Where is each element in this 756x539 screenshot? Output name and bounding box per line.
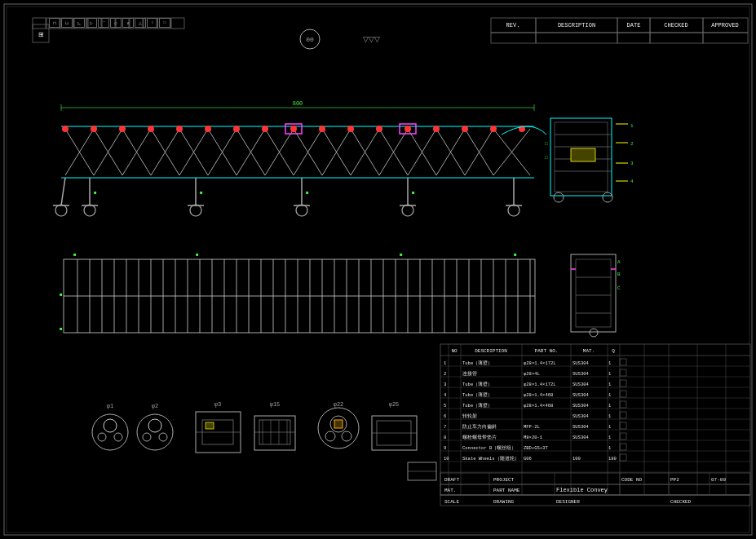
svg-text:Connector B（螺丝组）: Connector B（螺丝组） xyxy=(462,445,516,451)
svg-text:SUS304: SUS304 xyxy=(573,413,590,419)
svg-point-71 xyxy=(119,126,126,132)
svg-text:MFP-2L: MFP-2L xyxy=(524,424,540,430)
svg-text:■: ■ xyxy=(94,190,97,196)
symbol-box-9: ○ xyxy=(147,18,158,28)
svg-point-69 xyxy=(62,126,69,132)
svg-text:□: □ xyxy=(545,141,548,147)
svg-text:φ28×1.4×468: φ28×1.4×468 xyxy=(524,392,553,398)
svg-point-125 xyxy=(554,192,564,202)
svg-text:φ2: φ2 xyxy=(152,403,158,409)
svg-point-72 xyxy=(148,126,154,132)
svg-text:Flexible Convey: Flexible Convey xyxy=(556,487,608,493)
svg-text:PART NO.: PART NO. xyxy=(535,348,559,354)
svg-text:■: ■ xyxy=(400,252,403,258)
svg-text:DESIGNER: DESIGNER xyxy=(556,499,580,505)
svg-point-77 xyxy=(290,126,297,132)
svg-rect-20 xyxy=(617,33,650,43)
svg-text:SCALE: SCALE xyxy=(444,499,459,505)
svg-point-212 xyxy=(342,431,351,441)
weld-symbols: ⊓ ⊔ ◺ ▷ ⌒ ◇ ∨ △ ○ □ xyxy=(49,18,170,28)
symbol-box-2: ⊔ xyxy=(61,18,73,28)
svg-rect-201 xyxy=(254,416,295,450)
svg-text:连接管: 连接管 xyxy=(462,370,477,377)
svg-text:螺栓螺母带垫片: 螺栓螺母带垫片 xyxy=(462,435,497,440)
svg-text:C: C xyxy=(617,285,621,291)
svg-rect-124 xyxy=(571,148,595,161)
svg-text:φ22: φ22 xyxy=(334,401,344,408)
svg-text:φ28×1.4×172L: φ28×1.4×172L xyxy=(524,360,556,366)
svg-point-79 xyxy=(347,126,354,132)
svg-rect-22 xyxy=(703,33,748,43)
svg-text:10: 10 xyxy=(444,456,449,462)
svg-point-189 xyxy=(114,433,122,441)
svg-text:φ28×4L: φ28×4L xyxy=(524,371,540,377)
svg-rect-314 xyxy=(440,495,750,506)
svg-text:5: 5 xyxy=(444,403,446,409)
svg-text:Tube（薄壁）: Tube（薄壁） xyxy=(462,391,493,398)
svg-text:φ28×1.4×172L: φ28×1.4×172L xyxy=(524,382,556,387)
svg-text:A: A xyxy=(617,259,621,265)
svg-text:G06: G06 xyxy=(524,456,532,462)
svg-text:■: ■ xyxy=(60,326,63,332)
svg-text:M8×20-1: M8×20-1 xyxy=(524,435,543,440)
svg-text:SUS304: SUS304 xyxy=(573,424,590,430)
svg-point-78 xyxy=(319,126,325,132)
svg-text:DESCRIPTION: DESCRIPTION xyxy=(475,348,507,354)
svg-text:DRAWING: DRAWING xyxy=(493,499,515,505)
svg-text:8: 8 xyxy=(444,435,446,440)
svg-text:NO: NO xyxy=(451,348,458,354)
svg-text:PART NAME: PART NAME xyxy=(493,488,520,493)
svg-text:□: □ xyxy=(545,155,548,161)
svg-text:SUS304: SUS304 xyxy=(573,371,590,377)
svg-point-105 xyxy=(55,205,67,216)
svg-text:■: ■ xyxy=(200,190,203,196)
svg-text:φ15: φ15 xyxy=(270,401,281,408)
svg-rect-12 xyxy=(171,18,184,29)
symbol-box-4: ▷ xyxy=(86,18,97,28)
svg-text:180: 180 xyxy=(608,456,617,462)
svg-text:Tube（薄壁）: Tube（薄壁） xyxy=(462,381,493,387)
svg-text:800: 800 xyxy=(293,100,303,107)
svg-text:07-00: 07-00 xyxy=(711,477,726,483)
svg-rect-175 xyxy=(571,254,616,332)
svg-point-70 xyxy=(91,126,97,132)
svg-text:CODE NO: CODE NO xyxy=(621,477,643,483)
svg-point-192 xyxy=(148,419,161,432)
svg-text:■: ■ xyxy=(412,190,415,196)
svg-point-185 xyxy=(590,329,598,337)
svg-point-187 xyxy=(104,419,117,432)
svg-point-193 xyxy=(143,433,151,441)
svg-text:■: ■ xyxy=(196,252,199,258)
svg-text:Q: Q xyxy=(612,348,615,354)
svg-point-126 xyxy=(603,192,612,202)
svg-text:Tube（薄壁）: Tube（薄壁） xyxy=(462,360,493,366)
svg-text:9: 9 xyxy=(444,445,446,451)
svg-text:6: 6 xyxy=(444,413,446,419)
svg-rect-21 xyxy=(650,33,703,43)
svg-text:DRAFT: DRAFT xyxy=(444,477,459,483)
svg-point-211 xyxy=(325,431,335,441)
svg-point-102 xyxy=(508,205,519,216)
svg-text:SUS304: SUS304 xyxy=(573,392,590,398)
svg-point-74 xyxy=(205,126,211,132)
svg-text:00: 00 xyxy=(306,36,314,43)
svg-point-73 xyxy=(176,126,183,132)
svg-point-194 xyxy=(159,433,167,441)
svg-text:1: 1 xyxy=(630,123,634,129)
svg-point-81 xyxy=(405,126,411,132)
svg-text:REV.: REV. xyxy=(506,22,520,29)
svg-text:转轮架: 转轮架 xyxy=(462,413,477,419)
svg-text:CHECKED: CHECKED xyxy=(670,499,692,505)
symbol-box-5: ⌒ xyxy=(98,18,109,28)
svg-point-99 xyxy=(402,205,413,216)
svg-text:B: B xyxy=(617,272,621,277)
svg-point-80 xyxy=(376,126,382,132)
svg-text:■: ■ xyxy=(73,252,77,258)
svg-text:SUS304: SUS304 xyxy=(573,382,590,387)
svg-text:2: 2 xyxy=(630,141,634,147)
svg-text:防止车力向偏斜: 防止车力向偏斜 xyxy=(462,423,497,430)
svg-point-188 xyxy=(98,433,106,441)
svg-rect-200 xyxy=(206,422,214,429)
svg-text:PP2: PP2 xyxy=(670,477,679,483)
svg-text:φ1: φ1 xyxy=(107,403,113,409)
